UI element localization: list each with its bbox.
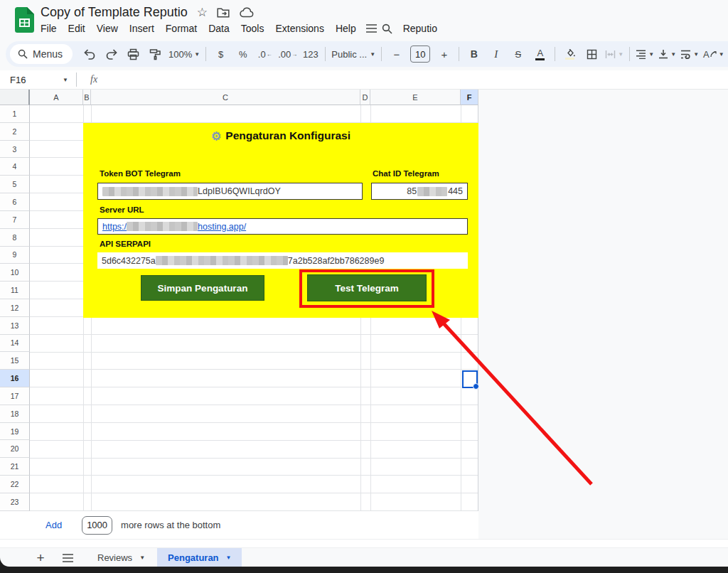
row-header-2[interactable]: 2 (0, 123, 30, 141)
name-box[interactable]: F16 ▼ (0, 75, 73, 85)
menu-item-reputio[interactable]: Reputio (397, 21, 443, 36)
menu-item-insert[interactable]: Insert (124, 21, 160, 36)
column-header-e[interactable]: E (370, 90, 461, 105)
menu-item-tools[interactable]: Tools (235, 21, 270, 36)
move-folder-icon[interactable] (217, 7, 230, 18)
text-color-button[interactable]: A (529, 45, 551, 63)
addon-search-icon[interactable] (382, 23, 392, 34)
row-header-14[interactable]: 14 (0, 335, 30, 353)
all-sheets-button[interactable] (58, 550, 77, 567)
menu-item-extensions[interactable]: Extensions (269, 21, 329, 36)
row-header-6[interactable]: 6 (0, 193, 30, 211)
row-header-4[interactable]: 4 (0, 158, 30, 176)
undo-button[interactable] (78, 45, 100, 63)
paint-bucket-icon (565, 49, 575, 57)
row-header-3[interactable]: 3 (0, 141, 30, 159)
text-wrap-button[interactable]: ▼ (678, 45, 701, 63)
text-rotation-button[interactable]: A ▼ (701, 45, 727, 63)
annotation-red-box (299, 269, 434, 308)
menu-item-format[interactable]: Format (160, 21, 203, 36)
menu-item-edit[interactable]: Edit (63, 21, 91, 36)
row-header-15[interactable]: 15 (0, 352, 30, 370)
borders-button[interactable] (581, 45, 603, 63)
cloud-status-icon[interactable] (240, 7, 254, 18)
name-box-value: F16 (10, 75, 26, 85)
print-button[interactable] (122, 45, 144, 63)
horizontal-align-button[interactable]: ▼ (633, 45, 656, 63)
toolbar-divider (205, 47, 206, 61)
select-all-corner[interactable] (0, 90, 30, 105)
row-header-13[interactable]: 13 (0, 317, 30, 335)
hamburger-icon[interactable] (366, 24, 377, 33)
menu-item-view[interactable]: View (91, 21, 124, 36)
row-header-1[interactable]: 1 (0, 105, 30, 123)
scrollbar-track[interactable] (0, 539, 728, 548)
dropdown-caret: ▼ (226, 555, 232, 561)
row-header-19[interactable]: 19 (0, 423, 30, 441)
add-sheet-button[interactable]: + (31, 550, 50, 567)
decrease-decimal-button[interactable]: .0← (254, 45, 276, 63)
font-size-input[interactable]: 10 (410, 45, 430, 63)
toolbar-divider (325, 47, 326, 61)
more-formats-button[interactable]: 123 (299, 45, 321, 63)
row-header-21[interactable]: 21 (0, 458, 30, 476)
column-header-b[interactable]: B (83, 90, 91, 105)
row-header-18[interactable]: 18 (0, 405, 30, 423)
increase-font-size-button[interactable]: + (433, 45, 455, 63)
row-header-23[interactable]: 23 (0, 493, 30, 511)
row-header-12[interactable]: 12 (0, 299, 30, 317)
column-header-a[interactable]: A (30, 90, 83, 105)
fill-handle[interactable] (473, 383, 479, 390)
row-header-8[interactable]: 8 (0, 229, 30, 247)
decrease-font-size-button[interactable]: − (385, 45, 407, 63)
italic-button[interactable]: I (485, 45, 507, 63)
row-header-5[interactable]: 5 (0, 176, 30, 193)
menu-item-data[interactable]: Data (203, 21, 235, 36)
save-settings-button[interactable]: Simpan Pengaturan (141, 275, 264, 301)
format-percent-button[interactable]: % (232, 45, 254, 63)
strikethrough-button[interactable]: S (507, 45, 529, 63)
row-header-11[interactable]: 11 (0, 282, 30, 299)
tab-pengaturan[interactable]: Pengaturan ▼ (157, 548, 242, 567)
row-header-16[interactable]: 16 (0, 370, 30, 387)
selected-cell-F16[interactable] (462, 370, 478, 388)
add-rows-button[interactable]: Add (46, 520, 62, 530)
dropdown-caret: ▼ (194, 51, 200, 58)
row-header-17[interactable]: 17 (0, 387, 30, 405)
server-url-link-prefix[interactable]: https:/ (102, 222, 127, 232)
row-header-20[interactable]: 20 (0, 440, 30, 458)
row-header-22[interactable]: 22 (0, 476, 30, 493)
star-icon[interactable]: ☆ (197, 6, 208, 18)
tab-reviews[interactable]: Reviews ▼ (87, 548, 156, 567)
chat-id-label: Chat ID Telegram (373, 169, 439, 178)
tab-reviews-label: Reviews (97, 552, 132, 563)
column-header-d[interactable]: D (360, 90, 370, 105)
menus-search-button[interactable]: Menus (10, 44, 73, 64)
api-input[interactable]: 5d6c432275a 7a2b528af2bb786289e9 (97, 252, 468, 269)
server-url-link-suffix[interactable]: hosting.app/ (198, 222, 246, 232)
font-family-select[interactable]: Public ... ▼ (329, 45, 378, 63)
menu-item-file[interactable]: File (35, 21, 63, 36)
document-title[interactable]: Copy of Template Reputio (41, 5, 188, 20)
paint-format-button[interactable] (144, 45, 166, 63)
increase-decimal-button[interactable]: .00→ (276, 45, 299, 63)
fill-color-indicator (565, 58, 574, 60)
column-header-c[interactable]: C (91, 90, 360, 105)
sheets-logo-icon[interactable] (15, 7, 34, 33)
redo-button[interactable] (100, 45, 122, 63)
rows-count-input[interactable]: 1000 (82, 516, 112, 535)
chat-id-input[interactable]: 85 445 (371, 183, 468, 200)
menus-label: Menus (33, 48, 63, 60)
bold-button[interactable]: B (463, 45, 485, 63)
menu-item-help[interactable]: Help (330, 21, 362, 36)
zoom-select[interactable]: 100% ▼ (166, 45, 202, 63)
row-header-9[interactable]: 9 (0, 247, 30, 264)
token-input[interactable]: LdpIBU6QWILqrdOY (97, 183, 363, 200)
column-header-f[interactable]: F (461, 90, 478, 105)
row-header-10[interactable]: 10 (0, 264, 30, 282)
format-currency-button[interactable]: $ (210, 45, 232, 63)
row-header-7[interactable]: 7 (0, 211, 30, 229)
server-url-input[interactable]: https:/ hosting.app/ (97, 218, 468, 235)
fill-color-button[interactable] (559, 45, 581, 63)
vertical-align-button[interactable]: ▼ (656, 45, 678, 63)
